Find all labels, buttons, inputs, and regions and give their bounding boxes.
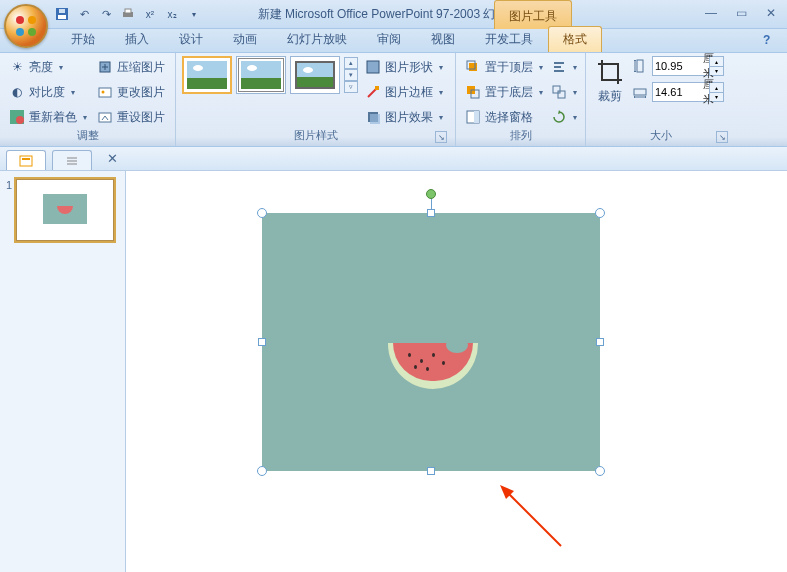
height-spinner[interactable]: 厘米 ▴▾ <box>652 56 724 76</box>
ribbon-tabs: 开始 插入 设计 动画 幻灯片放映 审阅 视图 开发工具 格式 ? <box>0 29 787 53</box>
slide-canvas[interactable] <box>126 171 787 572</box>
handle-nw[interactable] <box>257 208 267 218</box>
compress-button[interactable]: 压缩图片 <box>94 56 168 78</box>
tab-animation[interactable]: 动画 <box>218 26 272 52</box>
tab-review[interactable]: 审阅 <box>362 26 416 52</box>
picture-border-icon <box>365 84 381 100</box>
rotate-handle[interactable] <box>426 189 436 199</box>
height-down-icon[interactable]: ▾ <box>709 67 723 76</box>
qat-dropdown-icon[interactable]: ▾ <box>186 6 202 22</box>
contrast-icon: ◐ <box>9 84 25 100</box>
svg-rect-25 <box>553 86 560 93</box>
selected-image[interactable] <box>262 213 600 471</box>
tab-developer[interactable]: 开发工具 <box>470 26 548 52</box>
width-up-icon[interactable]: ▴ <box>709 83 723 93</box>
front-label: 置于顶层 <box>485 59 533 76</box>
subscript-icon[interactable]: x₂ <box>164 6 180 22</box>
svg-rect-12 <box>99 88 111 97</box>
superscript-icon[interactable]: x² <box>142 6 158 22</box>
rotate-icon <box>551 109 567 125</box>
svg-rect-16 <box>375 86 379 90</box>
styles-dialog-launcher[interactable]: ↘ <box>435 131 447 143</box>
picture-border-button[interactable]: 图片边框▾ <box>362 81 446 103</box>
crop-button[interactable]: 裁剪 <box>592 56 628 107</box>
slide-thumbnail-1[interactable] <box>16 179 114 241</box>
change-label: 更改图片 <box>117 84 165 101</box>
bring-front-button[interactable]: 置于顶层▾ <box>462 56 546 78</box>
contrast-button[interactable]: ◐对比度▾ <box>6 81 90 103</box>
width-spinner[interactable]: 厘米 ▴▾ <box>652 82 724 102</box>
tab-design[interactable]: 设计 <box>164 26 218 52</box>
pane-close-icon[interactable]: ✕ <box>107 151 118 166</box>
tab-slideshow[interactable]: 幻灯片放映 <box>272 26 362 52</box>
svg-rect-14 <box>99 113 111 122</box>
selection-pane-button[interactable]: 选择窗格 <box>462 106 546 128</box>
reset-label: 重设图片 <box>117 109 165 126</box>
reset-icon <box>97 109 113 125</box>
gallery-down-icon[interactable]: ▾ <box>344 69 358 81</box>
width-down-icon[interactable]: ▾ <box>709 93 723 102</box>
close-button[interactable]: ✕ <box>761 4 781 22</box>
reset-picture-button[interactable]: 重设图片 <box>94 106 168 128</box>
handle-w[interactable] <box>258 338 266 346</box>
height-up-icon[interactable]: ▴ <box>709 57 723 67</box>
crop-icon <box>596 58 624 86</box>
thumbnail-pane: 1 <box>0 171 126 572</box>
group-arrange-label: 排列 <box>462 128 579 144</box>
svg-rect-19 <box>469 63 477 71</box>
save-icon[interactable] <box>54 6 70 22</box>
svg-point-13 <box>102 91 105 94</box>
style-thumb-3[interactable] <box>290 56 340 94</box>
help-icon[interactable]: ? <box>763 33 779 49</box>
svg-rect-15 <box>367 61 379 73</box>
style-thumb-1[interactable] <box>182 56 232 94</box>
picture-effects-button[interactable]: 图片效果▾ <box>362 106 446 128</box>
recolor-button[interactable]: 重新着色▾ <box>6 106 90 128</box>
compress-label: 压缩图片 <box>117 59 165 76</box>
bring-front-icon <box>465 59 481 75</box>
send-back-button[interactable]: 置于底层▾ <box>462 81 546 103</box>
svg-rect-8 <box>125 9 131 13</box>
contrast-label: 对比度 <box>29 84 65 101</box>
height-input[interactable] <box>653 60 703 72</box>
minimize-button[interactable]: — <box>701 4 721 22</box>
effects-label: 图片效果 <box>385 109 433 126</box>
rotate-button[interactable]: ▾ <box>550 106 578 128</box>
size-dialog-launcher[interactable]: ↘ <box>716 131 728 143</box>
recolor-icon <box>9 109 25 125</box>
svg-point-0 <box>16 16 24 24</box>
maximize-button[interactable]: ▭ <box>731 4 751 22</box>
svg-rect-18 <box>370 114 380 124</box>
width-input[interactable] <box>653 86 703 98</box>
handle-se[interactable] <box>595 466 605 476</box>
svg-point-2 <box>16 28 24 36</box>
undo-icon[interactable]: ↶ <box>76 6 92 22</box>
handle-sw[interactable] <box>257 466 267 476</box>
tab-view[interactable]: 视图 <box>416 26 470 52</box>
change-picture-button[interactable]: 更改图片 <box>94 81 168 103</box>
style-thumb-2[interactable] <box>236 56 286 94</box>
print-icon[interactable] <box>120 6 136 22</box>
group-icon <box>551 84 567 100</box>
gallery-more-icon[interactable]: ▿ <box>344 81 358 93</box>
height-icon <box>632 58 648 74</box>
svg-point-10 <box>16 116 24 124</box>
tab-format[interactable]: 格式 <box>548 26 602 52</box>
handle-n[interactable] <box>427 209 435 217</box>
gallery-up-icon[interactable]: ▴ <box>344 57 358 69</box>
slides-tab[interactable] <box>6 150 46 170</box>
handle-s[interactable] <box>427 467 435 475</box>
handle-ne[interactable] <box>595 208 605 218</box>
group-button[interactable]: ▾ <box>550 81 578 103</box>
office-button[interactable] <box>4 4 48 48</box>
tab-insert[interactable]: 插入 <box>110 26 164 52</box>
brightness-button[interactable]: ☀亮度▾ <box>6 56 90 78</box>
redo-icon[interactable]: ↷ <box>98 6 114 22</box>
group-adjust: ☀亮度▾ ◐对比度▾ 重新着色▾ 压缩图片 更改图片 重设图片 调整 <box>0 53 176 146</box>
brightness-label: 亮度 <box>29 59 53 76</box>
align-button[interactable]: ▾ <box>550 56 578 78</box>
tab-home[interactable]: 开始 <box>56 26 110 52</box>
outline-tab[interactable] <box>52 150 92 170</box>
handle-e[interactable] <box>596 338 604 346</box>
picture-shape-button[interactable]: 图片形状▾ <box>362 56 446 78</box>
